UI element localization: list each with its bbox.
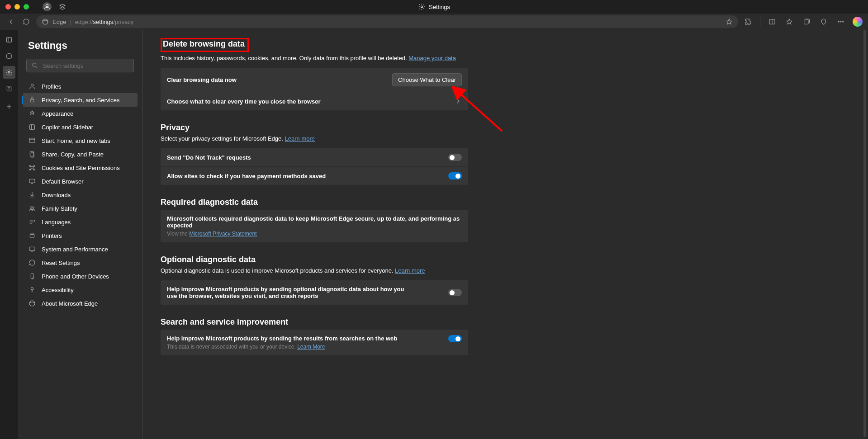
reset-icon: [28, 259, 36, 267]
sidebar-item-label: Phone and Other Devices: [42, 273, 109, 280]
svg-rect-22: [30, 125, 35, 130]
svg-line-19: [36, 66, 37, 68]
history-tab-icon[interactable]: [3, 82, 15, 95]
collections-icon[interactable]: [801, 16, 812, 27]
section-desc-privacy: Select your privacy settings for Microso…: [161, 135, 468, 142]
sidebar-item-cookies-and-site-permissions[interactable]: Cookies and Site Permissions: [23, 161, 138, 175]
search-improve-row: Help improve Microsoft products by sendi…: [161, 330, 468, 355]
manage-your-data-link[interactable]: Manage your data: [408, 55, 456, 61]
sidebar-item-label: About Microsoft Edge: [42, 300, 98, 307]
section-title-privacy: Privacy: [161, 123, 468, 132]
do-not-track-toggle[interactable]: [448, 154, 462, 161]
svg-point-2: [43, 19, 48, 24]
edge-logo-icon: [42, 18, 49, 25]
browser-essentials-icon[interactable]: [818, 16, 829, 27]
privacy-learn-more-link[interactable]: Learn more: [285, 135, 315, 142]
payment-methods-row: Allow sites to check if you have payment…: [161, 167, 468, 185]
sidebar-item-label: Copilot and Sidebar: [42, 124, 93, 131]
copilot-icon[interactable]: [853, 17, 863, 27]
optional-diag-learn-more-link[interactable]: Learn more: [395, 267, 425, 274]
row-label: Microsoft collects required diagnostic d…: [167, 215, 462, 229]
search-input[interactable]: [42, 62, 129, 70]
gear-icon: [418, 3, 425, 10]
svg-point-29: [29, 165, 31, 167]
svg-point-31: [29, 169, 31, 170]
maximize-window-button[interactable]: [24, 4, 29, 9]
row-label: Allow sites to check if you have payment…: [167, 173, 326, 179]
clear-browsing-data-now-row: Clear browsing data now Choose What to C…: [161, 68, 468, 92]
sidebar-item-phone-and-other-devices[interactable]: Phone and Other Devices: [23, 269, 138, 283]
sparkle-icon: [28, 109, 36, 118]
star-icon[interactable]: [726, 18, 733, 25]
sidebar-item-default-browser[interactable]: Default Browser: [23, 175, 138, 188]
sidebar-item-privacy-search-and-services[interactable]: Privacy, Search, and Services: [23, 93, 138, 107]
svg-point-7: [840, 21, 841, 22]
choose-what-to-clear-button[interactable]: Choose What to Clear: [392, 73, 462, 86]
sidebar-item-downloads[interactable]: Downloads: [23, 188, 138, 202]
lock-icon: [28, 96, 36, 104]
window-controls: [0, 4, 29, 9]
tab-actions-icon[interactable]: [3, 33, 15, 46]
sidebar-item-label: Share, Copy, and Paste: [42, 151, 104, 158]
sidebar-item-system-and-performance[interactable]: System and Performance: [23, 242, 138, 256]
close-window-button[interactable]: [5, 4, 11, 9]
back-button[interactable]: [5, 16, 16, 27]
minimize-window-button[interactable]: [14, 4, 20, 9]
monitor-icon: [28, 177, 36, 185]
sidebar-item-accessibility[interactable]: Accessibility: [23, 283, 138, 297]
edge-tab-icon[interactable]: [3, 50, 15, 62]
toolbar: Edge | edge://settings/privacy: [0, 14, 868, 30]
privacy-statement-link[interactable]: Microsoft Privacy Statement: [189, 231, 256, 237]
sidebar-item-languages[interactable]: Languages: [23, 215, 138, 229]
svg-rect-9: [7, 38, 12, 42]
sidebar-item-reset-settings[interactable]: Reset Settings: [23, 256, 138, 269]
settings-tab-icon[interactable]: [3, 66, 15, 79]
clear-on-close-row[interactable]: Choose what to clear every time you clos…: [161, 92, 468, 110]
favorites-icon[interactable]: [784, 16, 795, 27]
more-icon[interactable]: [835, 16, 846, 27]
payment-methods-toggle[interactable]: [448, 172, 462, 179]
sidebar-item-label: Default Browser: [42, 178, 83, 185]
search-settings-box[interactable]: [26, 59, 134, 72]
new-tab-icon[interactable]: [3, 100, 15, 113]
edge-icon: [28, 299, 36, 307]
svg-rect-24: [29, 138, 35, 142]
section-title-optional-diag: Optional diagnostic data: [161, 255, 468, 264]
scrollbar[interactable]: [863, 30, 866, 437]
profile-avatar[interactable]: [43, 2, 52, 11]
row-label: Help improve Microsoft products by sendi…: [167, 335, 397, 342]
sidebar-item-share-copy-and-paste[interactable]: Share, Copy, and Paste: [23, 147, 138, 161]
extensions-icon[interactable]: [743, 16, 754, 27]
section-title-required-diag: Required diagnostic data: [161, 198, 468, 207]
svg-point-8: [843, 21, 844, 22]
svg-point-20: [31, 84, 33, 86]
refresh-button[interactable]: [21, 16, 32, 27]
search-improve-learn-more-link[interactable]: Learn More: [297, 344, 325, 350]
sidebar-item-start-home-and-new-tabs[interactable]: Start, home, and new tabs: [23, 134, 138, 147]
sidebar-item-family-safety[interactable]: Family Safety: [23, 202, 138, 215]
search-improve-toggle[interactable]: [448, 335, 462, 342]
address-bar[interactable]: Edge | edge://settings/privacy: [36, 15, 738, 28]
row-label: Send "Do Not Track" requests: [167, 154, 251, 161]
sidebar-item-label: Start, home, and new tabs: [42, 137, 110, 144]
sidebar-item-label: Appearance: [42, 110, 73, 117]
row-label: Help improve Microsoft products by sendi…: [167, 286, 411, 299]
svg-point-30: [33, 165, 35, 167]
sidebar-item-label: Profiles: [42, 83, 61, 90]
svg-point-11: [6, 53, 12, 59]
svg-point-42: [31, 288, 33, 290]
workspaces-icon[interactable]: [57, 1, 68, 12]
window-title: Settings: [418, 3, 450, 10]
sidebar-item-about-microsoft-edge[interactable]: About Microsoft Edge: [23, 297, 138, 310]
family-icon: [28, 204, 36, 212]
sidebar-item-printers[interactable]: Printers: [23, 229, 138, 242]
settings-sidebar: Settings ProfilesPrivacy, Search, and Se…: [18, 30, 142, 439]
sidebar-item-label: Downloads: [42, 192, 71, 198]
sidebar-item-appearance[interactable]: Appearance: [23, 107, 138, 120]
window-icon: [28, 137, 36, 145]
sidebar-item-profiles[interactable]: Profiles: [23, 80, 138, 93]
split-screen-icon[interactable]: [767, 16, 778, 27]
sidebar-item-copilot-and-sidebar[interactable]: Copilot and Sidebar: [23, 120, 138, 134]
sidebar-item-label: System and Performance: [42, 246, 108, 253]
optional-diag-toggle[interactable]: [448, 289, 462, 296]
